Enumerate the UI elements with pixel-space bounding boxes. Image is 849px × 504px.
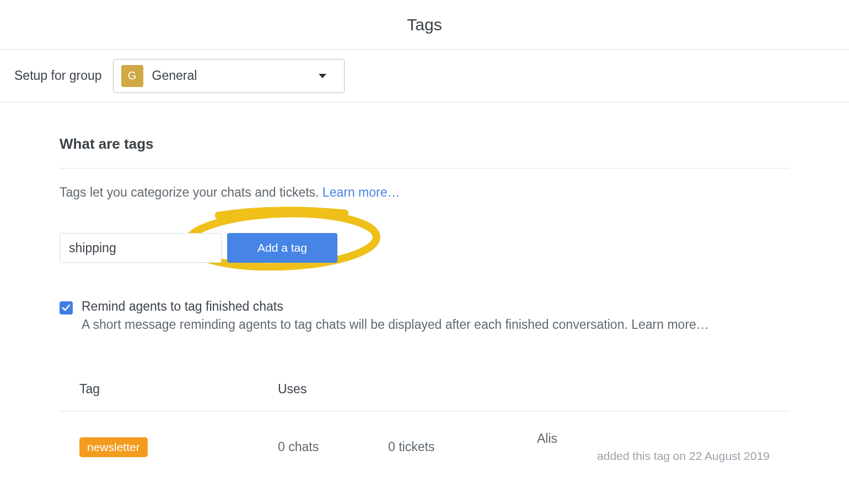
main-content: What are tags Tags let you categorize yo… [0, 102, 849, 468]
remind-row: Remind agents to tag finished chats A sh… [60, 299, 789, 332]
col-header-tag: Tag [79, 382, 278, 397]
group-select-dropdown[interactable]: G General [113, 59, 345, 93]
group-selector-bar: Setup for group G General [0, 50, 849, 102]
tag-name-input[interactable] [60, 233, 222, 263]
group-badge: G [121, 65, 143, 87]
cell-chats: 0 chats [278, 440, 388, 454]
learn-more-link[interactable]: Learn more… [323, 185, 400, 199]
table-header: Tag Uses [60, 371, 789, 411]
author-meta: added this tag on 22 August 2019 [537, 449, 770, 463]
cell-tickets: 0 tickets [388, 440, 537, 454]
chevron-down-icon [319, 74, 326, 78]
author-name: Alis [537, 431, 557, 446]
section-description: Tags let you categorize your chats and t… [60, 185, 789, 200]
remind-description: A short message reminding agents to tag … [82, 317, 709, 332]
section-title: What are tags [60, 136, 789, 169]
table-row: newsletter 0 chats 0 tickets Alis added … [60, 411, 789, 468]
group-selected-name: General [152, 68, 310, 83]
remind-checkbox[interactable] [60, 301, 73, 315]
tag-pill[interactable]: newsletter [79, 437, 148, 457]
col-header-uses: Uses [278, 382, 770, 397]
description-text: Tags let you categorize your chats and t… [60, 185, 323, 199]
cell-author: Alis added this tag on 22 August 2019 [537, 431, 770, 463]
add-tag-button[interactable]: Add a tag [227, 233, 337, 263]
add-tag-row: Add a tag [60, 225, 789, 272]
check-icon [62, 304, 71, 312]
page-title: Tags [407, 15, 442, 34]
group-selector-label: Setup for group [14, 68, 102, 83]
page-header: Tags [0, 0, 849, 50]
remind-label[interactable]: Remind agents to tag finished chats [82, 299, 709, 314]
remind-text-block: Remind agents to tag finished chats A sh… [82, 299, 709, 332]
tags-table: Tag Uses newsletter 0 chats 0 tickets Al… [60, 371, 789, 468]
cell-tag: newsletter [79, 437, 278, 457]
